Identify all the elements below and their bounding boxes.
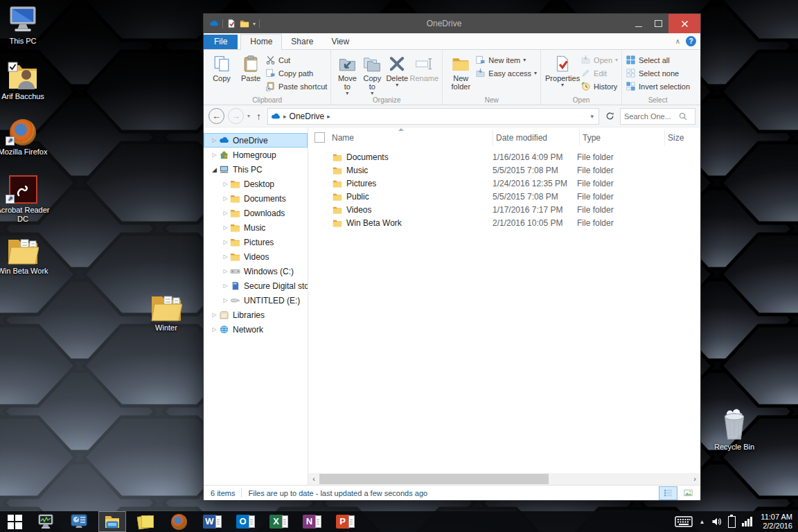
edit-button[interactable]: Edit [580,68,618,78]
properties-button[interactable]: Properties ▾ [544,52,580,88]
expand-arrow-icon[interactable]: ▷ [221,254,230,260]
tree-item-downloads[interactable]: ▷ Downloads [204,206,308,220]
network-signal-icon[interactable] [742,517,752,526]
copy-button[interactable]: Copy [207,52,236,82]
taskbar-clock[interactable]: 11:07 AM 2/2/2016 [759,513,792,531]
taskbar-excel[interactable]: X [262,511,295,532]
expand-arrow-icon[interactable]: ▷ [210,137,219,143]
collapse-arrow-icon[interactable]: ◢ [210,166,219,173]
desktop-icon-this-pc[interactable]: This PC [0,4,50,46]
minimize-ribbon-icon[interactable]: ∧ [675,37,680,45]
tree-item-onedrive[interactable]: ▷ OneDrive [204,133,308,148]
help-icon[interactable]: ? [686,36,696,46]
desktop-icon-arif-bacchus[interactable]: Arif Bacchus [0,60,50,101]
minimize-button[interactable] [628,14,648,33]
show-hidden-icons-icon[interactable]: ▲ [699,519,704,525]
tree-item-homegroup[interactable]: ▷ Homegroup [204,148,308,162]
file-row-pictures[interactable]: Pictures 1/24/2016 12:35 PM File folder [308,177,700,190]
expand-arrow-icon[interactable]: ▷ [210,326,219,332]
taskbar-sticky-notes[interactable] [129,511,162,532]
tree-item-videos[interactable]: ▷ Videos [204,249,308,264]
paste-shortcut-button[interactable]: Paste shortcut [265,81,327,91]
expand-arrow-icon[interactable]: ▷ [210,312,219,318]
up-button[interactable]: ↑ [254,111,264,122]
column-header-size[interactable]: Size [665,130,700,145]
close-button[interactable] [668,14,700,33]
breadcrumb-chevron-icon[interactable]: ▸ [327,113,330,120]
column-header-type[interactable]: Type [580,130,665,145]
address-history-dropdown-icon[interactable]: ▾ [588,113,596,120]
taskbar-powerpoint[interactable]: P [328,511,362,532]
tree-item-network[interactable]: ▷ Network [204,322,308,337]
search-input[interactable] [623,112,678,121]
taskbar-onenote[interactable]: N [295,511,328,532]
file-row-documents[interactable]: Documents 1/16/2016 4:09 PM File folder [308,150,700,163]
qat-new-folder-icon[interactable] [240,19,249,28]
back-button[interactable]: ← [209,108,224,124]
address-box[interactable]: ▸ OneDrive ▸ ▾ [267,108,599,125]
desktop-icon-winter[interactable]: Winter [139,291,193,332]
breadcrumb-chevron-icon[interactable]: ▸ [283,113,287,120]
tab-file[interactable]: File [204,35,238,49]
tree-item-pictures[interactable]: ▷ Pictures [204,235,308,249]
battery-icon[interactable] [728,516,736,528]
desktop-icon-recycle-bin[interactable]: Recycle Bin [707,406,761,452]
expand-arrow-icon[interactable]: ▷ [210,152,219,158]
select-all-checkbox[interactable] [314,132,325,143]
maximize-button[interactable] [648,14,668,33]
taskbar-firefox[interactable] [162,511,195,532]
details-view-button[interactable] [659,486,677,500]
history-button[interactable]: History [580,81,618,91]
recent-locations-dropdown-icon[interactable]: ▾ [247,113,250,119]
column-header-date-modified[interactable]: Date modified [493,130,580,145]
tab-share[interactable]: Share [282,35,322,49]
invert-selection-button[interactable]: Invert selection [626,81,690,91]
cut-button[interactable]: Cut [265,55,327,65]
title-bar[interactable]: ▾ OneDrive [204,14,700,33]
breadcrumb[interactable]: OneDrive [290,112,325,121]
new-item-button[interactable]: New item ▾ [475,55,537,65]
delete-button[interactable]: Delete ▾ [384,52,409,88]
qat-properties-icon[interactable] [227,19,236,28]
select-none-button[interactable]: Select none [626,68,690,78]
copy-to-button[interactable]: Copy to ▾ [360,52,384,96]
taskbar-file-explorer[interactable] [98,511,126,532]
desktop-icon-acrobat[interactable]: ↗ Acrobat Reader DC [0,173,50,224]
tab-home[interactable]: Home [240,34,282,50]
column-header-name[interactable]: Name [330,130,493,145]
qat-customize-dropdown-icon[interactable]: ▾ [253,21,256,27]
expand-arrow-icon[interactable]: ▷ [221,297,230,303]
paste-button[interactable]: Paste [236,52,265,82]
open-button[interactable]: Open ▾ [580,55,618,65]
search-box[interactable] [620,108,695,125]
tree-item-libraries[interactable]: ▷ Libraries [204,308,308,322]
new-folder-button[interactable]: New folder [446,52,475,91]
desktop-icon-win-beta-work[interactable]: Win Beta Work [0,234,50,276]
expand-arrow-icon[interactable]: ▷ [221,195,230,202]
tree-item-music[interactable]: ▷ Music [204,220,308,235]
tree-item-this-pc[interactable]: ◢ This PC [204,162,308,177]
expand-arrow-icon[interactable]: ▷ [221,210,230,216]
select-all-button[interactable]: Select all [626,55,690,65]
taskbar-outlook[interactable]: O [229,511,262,532]
desktop-icon-firefox[interactable]: ↗ Mozilla Firefox [0,115,50,157]
copy-path-button[interactable]: Copy path [265,68,327,78]
start-button[interactable] [0,511,29,532]
taskbar-word[interactable]: W [195,511,229,532]
tab-view[interactable]: View [322,35,358,49]
expand-arrow-icon[interactable]: ▷ [221,239,230,245]
scroll-left-icon[interactable]: ‹ [308,473,319,485]
refresh-button[interactable] [603,109,617,124]
expand-arrow-icon[interactable]: ▷ [221,224,230,231]
tree-item-secure-digital-storage[interactable]: ▷ Secure Digital storage [204,278,308,293]
forward-button[interactable]: → [228,108,244,124]
file-row-videos[interactable]: Videos 1/17/2016 7:17 PM File folder [308,203,700,216]
easy-access-button[interactable]: Easy access ▾ [475,68,537,78]
tree-item-windows-c[interactable]: ▷ Windows (C:) [204,264,308,278]
file-row-win-beta-work[interactable]: Win Beta Work 2/1/2016 10:05 PM File fol… [308,216,700,229]
tree-item-documents[interactable]: ▷ Documents [204,191,308,206]
move-to-button[interactable]: Move to ▾ [335,52,360,96]
scrollbar-track[interactable] [319,473,689,485]
tree-item-untitled-e[interactable]: ▷ UNTITLED (E:) [204,293,308,308]
taskbar-task-manager[interactable] [29,511,62,532]
